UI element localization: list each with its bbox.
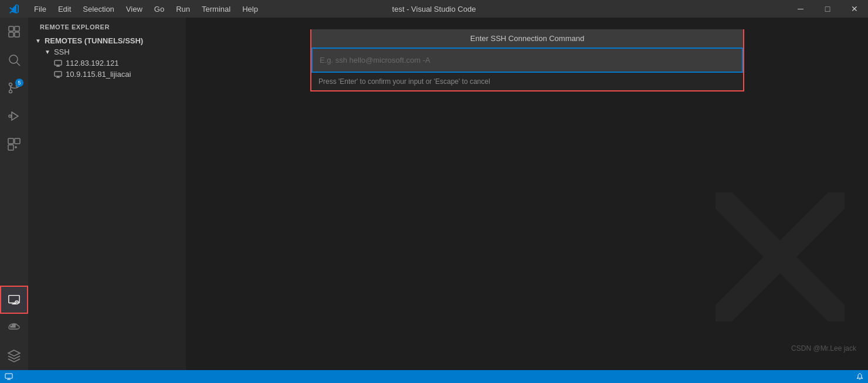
svg-rect-12 <box>15 138 20 144</box>
status-notifications[interactable] <box>852 373 868 380</box>
svg-rect-25 <box>55 60 62 65</box>
svg-rect-21 <box>12 326 13 327</box>
host-2[interactable]: 10.9.115.81_lijiacai <box>28 69 186 80</box>
ssh-label: SSH <box>54 48 70 56</box>
minimize-button[interactable]: ─ <box>787 0 814 18</box>
svg-point-6 <box>9 83 12 86</box>
svg-line-31 <box>722 199 838 315</box>
bell-icon <box>856 373 863 380</box>
host-1-label: 112.83.192.121 <box>66 59 118 67</box>
svg-rect-28 <box>55 72 62 76</box>
svg-line-32 <box>722 199 838 315</box>
content-area: Enter SSH Connection Command Press 'Ente… <box>187 18 868 370</box>
status-bar <box>0 370 868 383</box>
remote-explorer-activity-icon[interactable] <box>0 286 28 314</box>
remote-status-icon <box>5 372 13 381</box>
svg-rect-23 <box>12 324 13 326</box>
ssh-chevron: ▼ <box>45 49 50 55</box>
menu-bar: File Edit Selection View Go Run Terminal… <box>28 0 787 18</box>
ssh-dialog-container: Enter SSH Connection Command Press 'Ente… <box>310 29 744 91</box>
svg-rect-1 <box>15 26 19 31</box>
ssh-input-container <box>311 48 743 73</box>
sidebar: Remote Explorer ▼ REMOTES (TUNNELS/SSH) … <box>28 18 187 370</box>
sidebar-header: Remote Explorer <box>28 18 186 35</box>
remotes-label: REMOTES (TUNNELS/SSH) <box>45 36 143 45</box>
svg-rect-22 <box>14 326 15 327</box>
explorer-activity-icon[interactable] <box>0 18 28 46</box>
ssh-command-input[interactable] <box>317 53 737 67</box>
docker-activity-icon[interactable] <box>0 314 28 342</box>
svg-rect-24 <box>14 324 15 326</box>
svg-rect-11 <box>8 138 13 144</box>
svg-marker-9 <box>12 112 18 120</box>
svg-rect-2 <box>9 32 13 37</box>
menu-run[interactable]: Run <box>170 0 196 18</box>
host-1[interactable]: 112.83.192.121 <box>28 57 186 69</box>
title-bar: File Edit Selection View Go Run Terminal… <box>0 0 868 18</box>
run-activity-icon[interactable] <box>0 102 28 130</box>
svg-rect-20 <box>11 326 12 327</box>
close-button[interactable]: ✕ <box>841 0 868 18</box>
ssh-dialog: Enter SSH Connection Command Press 'Ente… <box>187 29 868 91</box>
monitor-icon-1 <box>54 60 62 67</box>
watermark-x <box>716 192 845 323</box>
window-controls: ─ □ ✕ <box>787 0 868 18</box>
menu-view[interactable]: View <box>120 0 148 18</box>
ssh-section[interactable]: ▼ SSH <box>28 46 186 57</box>
menu-edit[interactable]: Edit <box>52 0 77 18</box>
menu-go[interactable]: Go <box>148 0 170 18</box>
svg-line-5 <box>17 63 21 66</box>
extra-activity-icon[interactable] <box>0 342 28 370</box>
source-control-badge: 5 <box>15 79 23 87</box>
menu-file[interactable]: File <box>28 0 52 18</box>
extensions-activity-icon[interactable] <box>0 130 28 158</box>
menu-selection[interactable]: Selection <box>77 0 120 18</box>
svg-point-7 <box>9 90 12 93</box>
remotes-chevron: ▼ <box>35 38 41 44</box>
svg-rect-3 <box>15 32 19 37</box>
watermark-text: CSDN @Mr.Lee jack <box>791 344 856 353</box>
svg-point-4 <box>9 55 18 63</box>
search-activity-icon[interactable] <box>0 46 28 74</box>
svg-point-10 <box>9 115 11 117</box>
activity-bar: 5 <box>0 18 28 370</box>
maximize-button[interactable]: □ <box>814 0 841 18</box>
main-layout: 5 <box>0 18 868 370</box>
vscode-icon <box>0 4 28 13</box>
menu-terminal[interactable]: Terminal <box>196 0 236 18</box>
menu-help[interactable]: Help <box>236 0 264 18</box>
ssh-dialog-title: Enter SSH Connection Command <box>311 29 743 48</box>
remotes-section[interactable]: ▼ REMOTES (TUNNELS/SSH) <box>28 35 186 46</box>
ssh-hint: Press 'Enter' to confirm your input or '… <box>311 73 743 90</box>
svg-rect-13 <box>8 145 13 150</box>
status-right <box>852 373 868 380</box>
svg-rect-33 <box>5 374 12 378</box>
svg-rect-0 <box>9 26 13 31</box>
host-2-label: 10.9.115.81_lijiacai <box>66 70 131 79</box>
remote-status[interactable] <box>0 370 18 383</box>
source-control-activity-icon[interactable]: 5 <box>0 74 28 102</box>
monitor-icon-2 <box>54 71 62 78</box>
